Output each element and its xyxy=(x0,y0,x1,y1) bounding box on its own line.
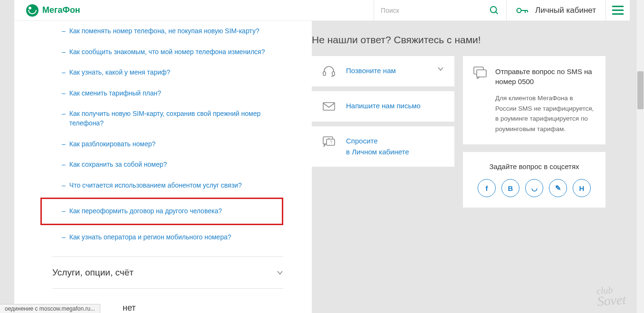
key-icon xyxy=(516,6,529,15)
svg-rect-8 xyxy=(323,103,335,110)
headset-icon xyxy=(322,66,336,77)
social-card: Задайте вопрос в соцсетях fВ◡✎Н xyxy=(463,152,606,208)
account-label: Личный кабинет xyxy=(535,6,596,15)
scroll-thumb[interactable] xyxy=(637,71,644,109)
burger-line xyxy=(612,9,624,11)
social-odnoklassniki-button[interactable]: ◡ xyxy=(525,179,543,197)
accordion-cut-label: нет xyxy=(119,301,140,313)
social-livejournal-button[interactable]: ✎ xyxy=(549,179,567,197)
sms-icon xyxy=(473,66,487,79)
faq-link[interactable]: Как узнать, какой у меня тариф? xyxy=(69,68,171,77)
ask-line2: в Личном кабинете xyxy=(346,147,444,158)
faq-item[interactable]: –Как разблокировать номер? xyxy=(14,134,312,155)
dash-icon: – xyxy=(62,27,66,36)
svg-point-2 xyxy=(517,8,521,12)
contact-column: Не нашли ответ? Свяжитесь с нами! Позвон… xyxy=(312,21,630,313)
faq-link[interactable]: Как поменять номер телефона, не покупая … xyxy=(69,27,260,36)
faq-link[interactable]: Как получить новую SIM-карту, сохранив с… xyxy=(69,109,279,128)
dash-icon: – xyxy=(62,140,66,149)
faq-item[interactable]: –Как поменять номер телефона, не покупая… xyxy=(14,21,312,42)
svg-rect-6 xyxy=(323,72,326,76)
call-us-link: Позвоните нам xyxy=(346,66,396,75)
burger-line xyxy=(612,6,624,7)
dash-icon: – xyxy=(62,47,66,57)
faq-link[interactable]: Как сменить тарифный план? xyxy=(69,89,161,98)
dash-icon: – xyxy=(62,89,66,98)
faq-item[interactable]: –Как переоформить договор на другого чел… xyxy=(40,198,283,225)
svg-text:?: ? xyxy=(330,140,332,144)
header: МегаФон Личный кабинет xyxy=(14,0,630,21)
call-us-card[interactable]: Позвоните нам xyxy=(312,56,454,86)
ask-line1: Спросите xyxy=(346,136,444,147)
browser-statusbar: оединение с moscow.megafon.ru... xyxy=(0,304,100,313)
social-title: Задайте вопрос в соцсетях xyxy=(473,162,595,171)
search-icon[interactable] xyxy=(489,5,500,16)
scrollbar[interactable] xyxy=(636,0,644,313)
dash-icon: – xyxy=(62,68,66,77)
write-us-link: Напишите нам письмо xyxy=(346,102,421,110)
menu-button[interactable] xyxy=(606,0,630,21)
dash-icon: – xyxy=(62,160,66,170)
sms-card: Отправьте вопрос по SMS на номер 0500 Дл… xyxy=(463,56,606,144)
faq-link[interactable]: Что считается использованием абонентом у… xyxy=(69,181,242,190)
social-habr-button[interactable]: Н xyxy=(573,179,591,197)
faq-item[interactable]: –Как узнать оператора и регион мобильног… xyxy=(14,227,312,248)
faq-item[interactable]: –Как сменить тарифный план? xyxy=(14,83,312,104)
faq-link[interactable]: Как сохранить за собой номер? xyxy=(69,160,167,170)
faq-item[interactable]: –Что считается использованием абонентом … xyxy=(14,175,312,196)
faq-item[interactable]: –Как получить новую SIM-карту, сохранив … xyxy=(14,104,312,133)
megafon-logo-icon xyxy=(26,4,38,17)
dash-icon: – xyxy=(62,109,66,119)
social-facebook-button[interactable]: f xyxy=(478,179,496,197)
faq-link[interactable]: Как узнать оператора и регион мобильного… xyxy=(69,233,231,242)
envelope-icon xyxy=(322,101,336,112)
faq-link[interactable]: Как сообщить знакомым, что мой номер тел… xyxy=(69,47,265,57)
ask-account-card[interactable]: ?? Спросите в Личном кабинете xyxy=(312,126,454,167)
burger-line xyxy=(612,13,624,15)
faq-item[interactable]: –Как узнать, какой у меня тариф? xyxy=(14,62,312,83)
contact-heading: Не нашли ответ? Свяжитесь с нами! xyxy=(312,34,630,46)
sms-description: Для клиентов МегаФона в России SMS не та… xyxy=(473,93,595,134)
svg-point-0 xyxy=(490,6,497,12)
faq-item[interactable]: –Как сохранить за собой номер? xyxy=(14,154,312,175)
dash-icon: – xyxy=(62,181,66,190)
search-input[interactable] xyxy=(381,7,489,14)
faq-link[interactable]: Как переоформить договор на другого чело… xyxy=(69,207,222,216)
search-box xyxy=(374,0,507,21)
logo-text: МегаФон xyxy=(42,5,80,15)
svg-rect-7 xyxy=(332,72,335,76)
svg-rect-14 xyxy=(477,70,486,77)
dash-icon: – xyxy=(62,207,66,216)
chevron-down-icon xyxy=(277,269,283,276)
accordion-title: Услуги, опции, счёт xyxy=(52,267,134,278)
faq-column: –Как поменять номер телефона, не покупая… xyxy=(14,21,312,313)
account-link[interactable]: Личный кабинет xyxy=(507,0,606,21)
logo[interactable]: МегаФон xyxy=(26,4,80,17)
svg-line-1 xyxy=(496,11,498,14)
dash-icon: – xyxy=(62,233,66,242)
chat-question-icon: ?? xyxy=(322,136,336,147)
write-us-card[interactable]: Напишите нам письмо xyxy=(312,91,454,122)
chevron-down-icon xyxy=(437,66,444,72)
faq-item[interactable]: –Как сообщить знакомым, что мой номер те… xyxy=(14,42,312,63)
faq-link[interactable]: Как разблокировать номер? xyxy=(69,140,156,149)
accordion-services[interactable]: Услуги, опции, счёт xyxy=(52,256,283,288)
sms-title: Отправьте вопрос по SMS на номер 0500 xyxy=(495,66,595,86)
social-vkontakte-button[interactable]: В xyxy=(501,179,519,197)
